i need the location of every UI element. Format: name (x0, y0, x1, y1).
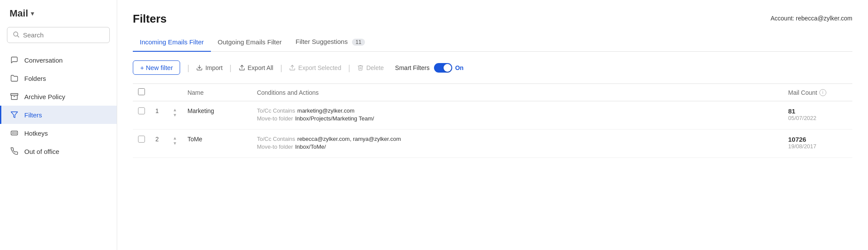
sidebar-item-label: Archive Policy (24, 93, 65, 100)
toggle-thumb (444, 64, 451, 72)
toggle-on-label: On (455, 64, 464, 71)
th-conditions: Conditions and Actions (252, 84, 783, 101)
svg-marker-4 (11, 112, 18, 118)
sidebar-item-label: Hotkeys (24, 130, 48, 137)
main-content: Filters Account: rebecca@zylker.com Inco… (117, 0, 868, 250)
row2-name[interactable]: ToMe (182, 130, 252, 158)
sidebar-item-filters[interactable]: Filters (0, 106, 117, 124)
new-filter-button[interactable]: + New filter (133, 60, 180, 75)
delete-icon (357, 64, 364, 71)
th-arrows (168, 84, 182, 101)
sidebar: Mail ▾ Conversation Fold (0, 0, 117, 250)
import-icon (196, 64, 203, 71)
separator-2: | (230, 64, 232, 72)
row1-conditions: To/Cc Contains marketing@zylker.com Move… (252, 101, 783, 130)
row1-name[interactable]: Marketing (182, 101, 252, 130)
sidebar-item-label: Out of office (24, 148, 59, 155)
table-body: 1 ▲ ▼ Marketing To/Cc Contains marketing… (133, 101, 852, 158)
separator-3: | (280, 64, 283, 72)
sidebar-title-text: Mail (10, 8, 28, 19)
row2-cond1-val: rebecca@zylker.com, ramya@zylker.com (297, 136, 401, 142)
row1-mailcount-num: 81 (788, 107, 847, 115)
smart-filters-toggle[interactable] (434, 63, 452, 73)
th-mailcount: Mail Count i (783, 84, 852, 101)
import-button[interactable]: Import (192, 61, 227, 74)
row1-reorder[interactable]: ▲ ▼ (173, 107, 177, 117)
row2-arrows: ▲ ▼ (168, 130, 182, 158)
row2-checkbox-cell (133, 130, 150, 158)
th-name-label: Name (187, 89, 204, 96)
tab-suggestions[interactable]: Filter Suggestions 11 (289, 33, 372, 52)
out-of-office-icon (10, 147, 19, 155)
account-email: rebecca@zylker.com (796, 15, 852, 22)
tab-suggestions-badge: 11 (352, 39, 365, 46)
row1-cond2-key: Move-to folder (257, 115, 293, 122)
row1-checkbox[interactable] (138, 107, 145, 114)
master-checkbox[interactable] (138, 88, 145, 95)
tab-incoming[interactable]: Incoming Emails Filter (133, 34, 211, 52)
sidebar-item-hotkeys[interactable]: Hotkeys (0, 124, 117, 142)
up-arrow-icon: ▲ (173, 107, 177, 112)
row1-cond1-val: marketing@zylker.com (297, 107, 355, 114)
row1-checkbox-cell (133, 101, 150, 130)
table-header: Name Conditions and Actions Mail Count i (133, 84, 852, 101)
row2-num: 2 (150, 130, 168, 158)
down-arrow-icon: ▼ (173, 113, 177, 117)
search-icon (13, 31, 20, 39)
row2-mailcount: 10726 19/08/2017 (783, 130, 852, 158)
search-box[interactable] (7, 27, 110, 43)
filters-icon (10, 111, 19, 119)
svg-line-1 (17, 36, 19, 37)
sidebar-item-label: Filters (24, 111, 42, 119)
row2-cond2-val: Inbox/ToMe/ (295, 143, 326, 150)
th-num (150, 84, 168, 101)
table-row: 2 ▲ ▼ ToMe To/Cc Contains rebecca@zylker… (133, 130, 852, 158)
account-info: Account: rebecca@zylker.com (770, 12, 852, 22)
row2-mailcount-num: 10726 (788, 136, 847, 143)
export-selected-label: Export Selected (298, 64, 341, 71)
page-title: Filters (133, 12, 167, 26)
row2-checkbox[interactable] (138, 136, 145, 143)
sidebar-item-out-of-office[interactable]: Out of office (0, 142, 117, 160)
export-all-icon (239, 64, 245, 71)
th-mailcount-container: Mail Count i (788, 89, 826, 96)
sidebar-item-label: Conversation (24, 57, 62, 64)
smart-filters-label: Smart Filters (395, 64, 429, 71)
export-all-button[interactable]: Export All (234, 61, 278, 74)
conversation-icon (10, 56, 19, 64)
row1-mailcount-date: 05/07/2022 (788, 115, 847, 121)
svg-rect-2 (11, 93, 18, 95)
row2-cond1-key: To/Cc Contains (257, 136, 295, 142)
export-selected-button[interactable]: Export Selected (285, 61, 345, 74)
row1-mailcount: 81 05/07/2022 (783, 101, 852, 130)
row2-condition-2: Move-to folder Inbox/ToMe/ (257, 143, 778, 150)
folders-icon (10, 74, 19, 82)
row1-condition-2: Move-to folder Inbox/Projects/Marketing … (257, 115, 778, 122)
import-label: Import (205, 64, 223, 71)
svg-rect-5 (11, 131, 18, 135)
tab-outgoing[interactable]: Outgoing Emails Filter (211, 34, 289, 52)
sidebar-item-archive-policy[interactable]: Archive Policy (0, 87, 117, 106)
info-icon[interactable]: i (819, 89, 826, 96)
sidebar-item-conversation[interactable]: Conversation (0, 51, 117, 69)
hotkeys-icon (10, 129, 19, 137)
export-all-label: Export All (248, 64, 273, 71)
row2-reorder[interactable]: ▲ ▼ (173, 136, 177, 146)
table-row: 1 ▲ ▼ Marketing To/Cc Contains marketing… (133, 101, 852, 130)
row2-mailcount-date: 19/08/2017 (788, 143, 847, 150)
toggle-track (434, 63, 452, 73)
row1-cond1-key: To/Cc Contains (257, 107, 295, 114)
tab-suggestions-label: Filter Suggestions (296, 38, 348, 45)
export-selected-icon (289, 64, 296, 71)
delete-button[interactable]: Delete (353, 61, 388, 74)
main-header: Filters Account: rebecca@zylker.com (133, 12, 852, 26)
th-checkbox (133, 84, 150, 101)
sidebar-item-folders[interactable]: Folders (0, 69, 117, 87)
row1-condition-1: To/Cc Contains marketing@zylker.com (257, 107, 778, 114)
separator-4: | (348, 64, 350, 72)
sidebar-title[interactable]: Mail ▾ (0, 8, 117, 27)
tabs-container: Incoming Emails Filter Outgoing Emails F… (133, 33, 852, 52)
nav-list: Conversation Folders Archive Policy (0, 51, 117, 160)
account-label: Account: (770, 15, 794, 22)
search-input[interactable] (23, 31, 104, 39)
